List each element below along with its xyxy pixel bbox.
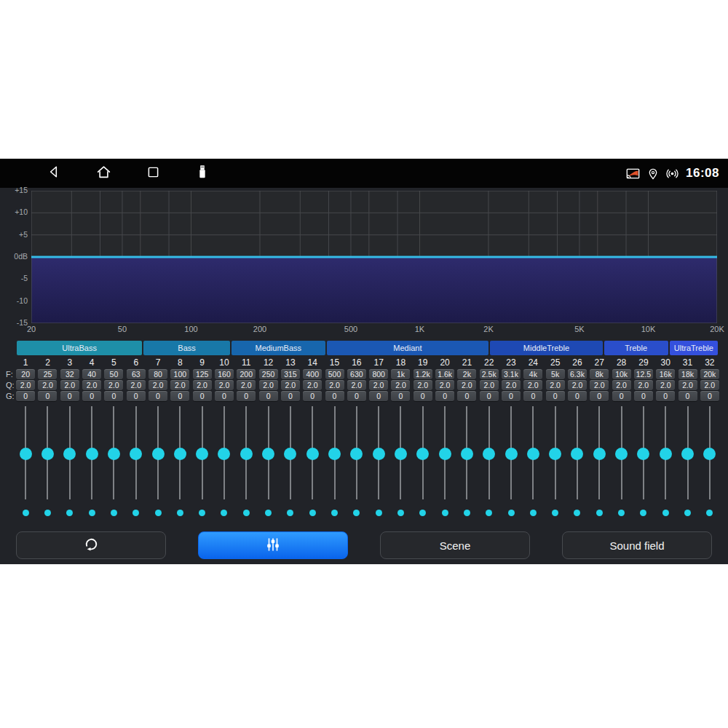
slider-knob[interactable] bbox=[703, 448, 716, 460]
reset-button[interactable] bbox=[16, 531, 166, 559]
home-button[interactable] bbox=[95, 165, 112, 182]
band-segment-treble[interactable]: Treble bbox=[604, 341, 668, 355]
slider-knob[interactable] bbox=[108, 448, 120, 460]
slider-knob[interactable] bbox=[593, 448, 606, 460]
gain-slider[interactable] bbox=[169, 403, 191, 505]
gain-value: 0 bbox=[369, 391, 388, 401]
gain-slider[interactable] bbox=[346, 403, 368, 505]
channel-number: 8 bbox=[178, 357, 183, 368]
slider-knob[interactable] bbox=[571, 448, 583, 460]
slider-knob[interactable] bbox=[174, 448, 186, 460]
scene-button[interactable]: Scene bbox=[380, 531, 530, 559]
graph-plot-area bbox=[31, 191, 717, 323]
slider-knob[interactable] bbox=[284, 448, 296, 460]
gain-slider[interactable] bbox=[368, 403, 389, 505]
gain-slider[interactable] bbox=[147, 403, 169, 505]
usb-button[interactable] bbox=[194, 165, 211, 182]
gain-slider[interactable] bbox=[103, 403, 124, 505]
band-segment-mediumbass[interactable]: MediumBass bbox=[232, 341, 325, 355]
gain-slider[interactable] bbox=[456, 403, 478, 505]
slider-knob[interactable] bbox=[196, 448, 208, 460]
slider-knob[interactable] bbox=[328, 448, 341, 460]
gain-slider[interactable] bbox=[125, 403, 147, 505]
channel-indicator-dot bbox=[486, 510, 492, 516]
y-tick-label: +5 bbox=[0, 230, 28, 239]
eq-channel-31: 3118k2.00 bbox=[676, 357, 698, 521]
gain-value: 0 bbox=[127, 391, 146, 401]
gain-slider[interactable] bbox=[478, 403, 500, 505]
gain-slider[interactable] bbox=[213, 403, 235, 505]
gain-slider[interactable] bbox=[280, 403, 301, 505]
band-segment-label: UltraTreble bbox=[674, 344, 713, 352]
slider-knob[interactable] bbox=[527, 448, 539, 460]
gain-slider[interactable] bbox=[36, 403, 58, 505]
eq-channel-21: 212k2.00 bbox=[456, 357, 478, 521]
band-segment-ultrabass[interactable]: UltraBass bbox=[17, 341, 142, 355]
slider-knob[interactable] bbox=[549, 448, 561, 460]
band-segment-ultratreble[interactable]: UltraTreble bbox=[670, 341, 718, 355]
slider-knob[interactable] bbox=[20, 448, 32, 460]
gain-slider[interactable] bbox=[235, 403, 257, 505]
slider-knob[interactable] bbox=[416, 448, 429, 460]
slider-knob[interactable] bbox=[615, 448, 628, 460]
gain-slider[interactable] bbox=[59, 403, 81, 505]
gain-slider[interactable] bbox=[545, 403, 566, 505]
gain-slider[interactable] bbox=[610, 403, 632, 505]
gain-slider[interactable] bbox=[522, 403, 544, 505]
recents-button[interactable] bbox=[144, 165, 162, 182]
gain-value: 0 bbox=[546, 391, 565, 401]
slider-knob[interactable] bbox=[350, 448, 363, 460]
gain-slider[interactable] bbox=[654, 403, 676, 505]
slider-knob[interactable] bbox=[461, 448, 473, 460]
slider-knob[interactable] bbox=[660, 448, 672, 460]
slider-knob[interactable] bbox=[373, 448, 385, 460]
y-tick-label: +10 bbox=[0, 207, 28, 216]
slider-knob[interactable] bbox=[86, 448, 98, 460]
gain-slider[interactable] bbox=[633, 403, 654, 505]
sound-field-button[interactable]: Sound field bbox=[562, 531, 712, 559]
gain-slider[interactable] bbox=[191, 403, 213, 505]
channel-indicator-row bbox=[59, 505, 81, 521]
slider-knob[interactable] bbox=[130, 448, 142, 460]
slider-knob[interactable] bbox=[483, 448, 495, 460]
slider-knob[interactable] bbox=[262, 448, 274, 460]
gain-slider[interactable] bbox=[566, 403, 588, 505]
gain-slider[interactable] bbox=[15, 403, 36, 505]
band-segment-label: MediumBass bbox=[255, 344, 301, 352]
band-segment-middletreble[interactable]: MiddleTreble bbox=[490, 341, 602, 355]
gain-slider[interactable] bbox=[500, 403, 522, 505]
eq-channel-5: 5502.00 bbox=[103, 357, 124, 521]
band-segment-bass[interactable]: Bass bbox=[143, 341, 230, 355]
slider-knob[interactable] bbox=[218, 448, 230, 460]
gain-slider[interactable] bbox=[257, 403, 279, 505]
gain-slider[interactable] bbox=[434, 403, 456, 505]
slider-knob[interactable] bbox=[637, 448, 649, 460]
band-segment-mediant[interactable]: Mediant bbox=[327, 341, 489, 355]
equalizer-button[interactable] bbox=[198, 531, 348, 559]
gain-slider[interactable] bbox=[588, 403, 610, 505]
gain-slider[interactable] bbox=[676, 403, 698, 505]
gain-slider[interactable] bbox=[323, 403, 345, 505]
gain-value: 0 bbox=[656, 391, 675, 401]
slider-knob[interactable] bbox=[505, 448, 518, 460]
channel-indicator-row bbox=[346, 505, 368, 521]
q-factor-value: 2.0 bbox=[457, 380, 476, 390]
slider-knob[interactable] bbox=[240, 448, 253, 460]
gain-slider[interactable] bbox=[301, 403, 323, 505]
channel-number: 23 bbox=[506, 357, 515, 368]
slider-knob[interactable] bbox=[41, 448, 54, 460]
slider-knob[interactable] bbox=[152, 448, 165, 460]
gain-slider[interactable] bbox=[389, 403, 411, 505]
gain-slider[interactable] bbox=[699, 403, 721, 505]
gain-slider[interactable] bbox=[412, 403, 434, 505]
channel-number: 1 bbox=[23, 357, 28, 368]
slider-knob[interactable] bbox=[439, 448, 451, 460]
slider-knob[interactable] bbox=[306, 448, 319, 460]
gain-slider[interactable] bbox=[81, 403, 103, 505]
channel-indicator-row bbox=[633, 505, 654, 521]
back-button[interactable] bbox=[45, 165, 63, 182]
screenshot-page: 16:08 +15+10+50dB-5-10-15 20501002005001… bbox=[0, 0, 728, 728]
slider-knob[interactable] bbox=[63, 448, 76, 460]
slider-knob[interactable] bbox=[681, 448, 694, 460]
slider-knob[interactable] bbox=[395, 448, 407, 460]
